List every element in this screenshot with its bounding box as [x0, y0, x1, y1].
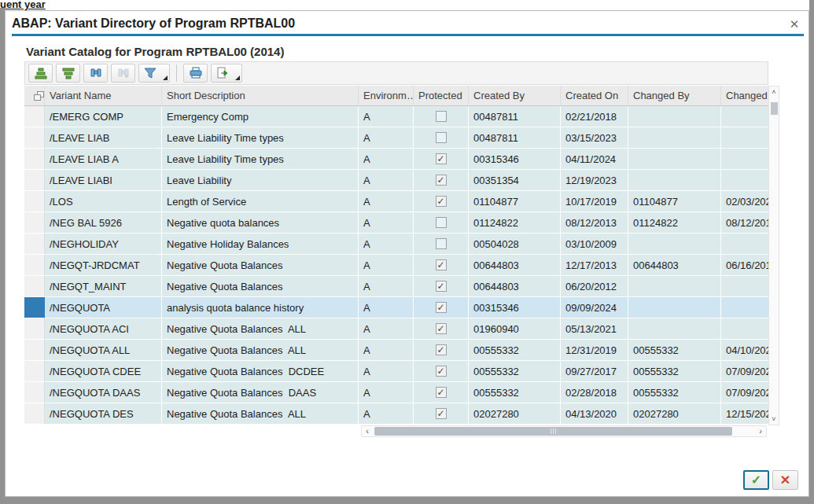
row-selector-cell[interactable] — [24, 234, 45, 255]
protected-checkbox[interactable] — [436, 387, 447, 398]
cell-changed-by[interactable] — [628, 297, 721, 318]
cell-short-description[interactable]: Emergency Comp — [162, 106, 359, 127]
sort-ascending-button[interactable] — [28, 64, 53, 83]
cell-created-on[interactable]: 12/31/2019 — [561, 340, 628, 361]
cell-protected[interactable] — [414, 361, 469, 382]
cell-short-description[interactable]: Negative quota balances — [162, 212, 359, 234]
cell-changed-by[interactable]: 01104877 — [628, 191, 721, 212]
scroll-down-icon[interactable]: ˅ — [769, 414, 779, 425]
cell-short-description[interactable]: Negative Quota Balances ALL — [162, 340, 359, 361]
cell-changed-on[interactable] — [721, 170, 768, 191]
cell-created-on[interactable]: 10/17/2019 — [561, 191, 628, 212]
protected-checkbox[interactable] — [436, 175, 447, 186]
table-row[interactable]: /NEGQT-JRDCMAT Negative Quota Balances A… — [24, 255, 768, 276]
cell-environment[interactable]: A — [359, 340, 414, 361]
cell-protected[interactable] — [414, 170, 469, 191]
cell-created-by[interactable]: 00315346 — [469, 149, 561, 170]
protected-checkbox[interactable] — [436, 408, 447, 419]
cell-protected[interactable] — [414, 276, 469, 297]
protected-checkbox[interactable] — [436, 323, 447, 334]
column-header-short-description[interactable]: Short Description — [162, 86, 359, 105]
table-row[interactable]: /NEGQUOTA CDEE Negative Quota Balances D… — [24, 361, 768, 382]
close-icon[interactable]: ✕ — [786, 16, 803, 33]
cell-environment[interactable]: A — [359, 276, 414, 297]
cell-short-description[interactable]: Negative Holiday Balances — [162, 234, 359, 255]
column-header-variant-name[interactable]: Variant Name — [45, 86, 162, 105]
cell-variant-name[interactable]: /NEGQUOTA CDEE — [45, 361, 162, 382]
cell-protected[interactable] — [414, 191, 469, 212]
table-row[interactable]: /NEGQUOTA DES Negative Quota Balances AL… — [24, 403, 768, 425]
horizontal-scroll-thumb[interactable] — [374, 427, 732, 436]
cell-environment[interactable]: A — [359, 106, 414, 127]
scroll-right-icon[interactable]: › — [755, 426, 766, 436]
cell-changed-on[interactable] — [721, 234, 768, 255]
cell-environment[interactable]: A — [359, 170, 414, 191]
cell-created-by[interactable]: 00487811 — [469, 127, 561, 149]
cell-protected[interactable] — [414, 127, 469, 149]
cell-short-description[interactable]: Leave Liability Time types — [162, 149, 359, 170]
cell-changed-on[interactable]: 12/15/202 — [721, 403, 768, 425]
row-selector-cell[interactable] — [24, 361, 45, 382]
cell-changed-on[interactable] — [721, 106, 768, 127]
protected-checkbox[interactable] — [436, 344, 447, 355]
cell-created-on[interactable]: 05/13/2021 — [561, 318, 628, 340]
cell-environment[interactable]: A — [359, 318, 414, 340]
cell-created-on[interactable]: 09/09/2024 — [561, 297, 628, 318]
export-menu-caret[interactable] — [235, 75, 240, 80]
cell-short-description[interactable]: Leave Liability Time types — [162, 127, 359, 149]
horizontal-scrollbar[interactable]: ‹ › — [361, 425, 767, 437]
table-row[interactable]: /NEGQUOTA ALL Negative Quota Balances AL… — [24, 340, 768, 361]
cell-created-by[interactable]: 01104877 — [469, 191, 561, 212]
filter-menu-caret[interactable] — [163, 75, 168, 80]
column-header-created-on[interactable]: Created On — [561, 86, 628, 105]
cell-created-on[interactable]: 04/13/2020 — [561, 403, 628, 425]
cell-created-by[interactable]: 00555332 — [469, 340, 561, 361]
cell-created-by[interactable]: 00487811 — [469, 106, 561, 127]
row-selector-cell[interactable] — [24, 191, 45, 212]
cell-changed-on[interactable]: 08/12/201 — [721, 212, 768, 234]
cell-variant-name[interactable]: /NEGQUOTA DAAS — [45, 382, 162, 403]
cell-variant-name[interactable]: /NEG BAL 5926 — [45, 212, 162, 234]
table-row[interactable]: /NEG BAL 5926 Negative quota balances A … — [24, 212, 768, 234]
scroll-up-icon[interactable]: ˄ — [769, 86, 779, 97]
table-row[interactable]: /NEGQUOTA analysis quota balance history… — [24, 297, 768, 318]
cell-environment[interactable]: A — [359, 149, 414, 170]
cell-short-description[interactable]: Negative Quota Balances — [162, 276, 359, 297]
cell-changed-by[interactable] — [628, 318, 721, 340]
cell-created-on[interactable]: 03/15/2023 — [561, 127, 628, 149]
table-row[interactable]: /NEGQUOTA DAAS Negative Quota Balances D… — [24, 382, 768, 403]
table-row[interactable]: /LEAVE LIAB A Leave Liability Time types… — [24, 149, 768, 170]
cell-changed-on[interactable] — [721, 276, 768, 297]
print-button[interactable] — [183, 64, 208, 83]
column-header-protected[interactable]: Protected — [414, 86, 469, 105]
cell-changed-on[interactable]: 07/09/202 — [721, 361, 768, 382]
table-row[interactable]: /LOS Length of Service A 01104877 10/17/… — [24, 191, 768, 212]
cell-protected[interactable] — [414, 149, 469, 170]
cell-created-on[interactable]: 02/21/2018 — [561, 106, 628, 127]
cell-created-on[interactable]: 12/19/2023 — [561, 170, 628, 191]
protected-checkbox[interactable] — [436, 259, 447, 270]
cell-created-by[interactable]: 00351354 — [469, 170, 561, 191]
cell-variant-name[interactable]: /NEGQUOTA ACI — [45, 318, 162, 340]
table-row[interactable]: /NEGQT_MAINT Negative Quota Balances A 0… — [24, 276, 768, 297]
cell-protected[interactable] — [414, 318, 469, 340]
cell-environment[interactable]: A — [359, 234, 414, 255]
protected-checkbox[interactable] — [436, 153, 447, 164]
cell-changed-by[interactable] — [628, 234, 721, 255]
cell-changed-on[interactable] — [721, 297, 768, 318]
cell-short-description[interactable]: analysis quota balance history — [162, 297, 359, 318]
cell-created-by[interactable]: 02027280 — [469, 403, 561, 425]
cell-created-on[interactable]: 02/28/2018 — [561, 382, 628, 403]
cell-changed-by[interactable]: 01124822 — [628, 212, 721, 234]
cell-created-on[interactable]: 09/27/2017 — [561, 361, 628, 382]
cell-created-by[interactable]: 01960940 — [469, 318, 561, 340]
export-button[interactable] — [211, 64, 242, 83]
cell-created-on[interactable]: 04/11/2024 — [561, 149, 628, 170]
row-selector-cell[interactable] — [24, 403, 45, 425]
cell-created-by[interactable]: 01124822 — [469, 212, 561, 234]
cell-created-by[interactable]: 00555332 — [469, 361, 561, 382]
protected-checkbox[interactable] — [436, 196, 447, 207]
cell-changed-on[interactable]: 02/03/202 — [721, 191, 768, 212]
column-header-changed-by[interactable]: Changed By — [628, 86, 721, 105]
cell-environment[interactable]: A — [359, 297, 414, 318]
